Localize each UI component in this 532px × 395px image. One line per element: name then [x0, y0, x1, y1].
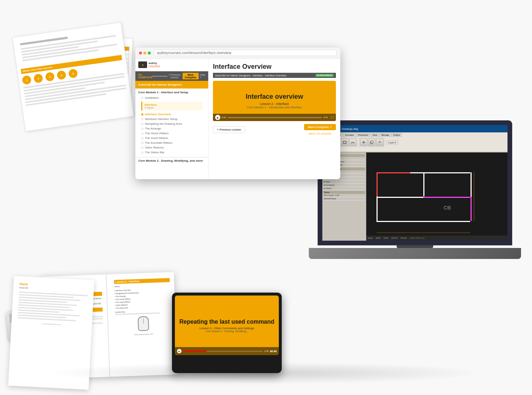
interface-section: Interface 9 Topics	[141, 102, 202, 110]
dot-home-ribbon	[141, 132, 143, 135]
dot-annotate-ribbon	[141, 142, 143, 144]
ribbon-tab-annotate[interactable]: Annotate	[343, 133, 356, 137]
fp-red-wall-2	[376, 172, 378, 196]
ribbon-group-modify	[359, 138, 385, 147]
fp-step-2: 2	[33, 74, 43, 83]
maximize-button[interactable]	[148, 52, 151, 54]
video-container: Interface overview Lesson 2 - Interface …	[213, 81, 336, 121]
close-button[interactable]	[139, 52, 142, 54]
lesson-arrange[interactable]: The Arrange	[138, 126, 205, 131]
panel-layer-text[interactable]: ● Text	[323, 180, 365, 184]
wb-lesson2-header: Lesson 2 - Interface	[114, 278, 170, 284]
ribbon-btn-rect[interactable]	[341, 139, 348, 146]
tablet-progress-fill	[183, 351, 207, 352]
layer-dropdown[interactable]: Layer ▾	[387, 141, 397, 144]
fp-step-3: 3	[45, 72, 55, 82]
url-bar[interactable]: audreycourses.com/lesson/interface-overv…	[154, 50, 337, 56]
tablet-progress-bar[interactable]	[183, 351, 263, 352]
panel-header-tools: Tools	[323, 191, 365, 194]
lesson-interface-overview[interactable]: Interface Overview	[138, 112, 205, 117]
ribbon-tabs-row: Home Insert Annotate Parametric View Man…	[324, 133, 506, 137]
label-status-bar: The Status Bar	[145, 151, 164, 154]
panel-tool-1[interactable]: Plot Scale: 1:50	[323, 194, 365, 197]
wb-needed-files-label: Needed files:	[115, 309, 171, 313]
breadcrumb-bar: AutoCAD for Interior Designers - Interfa…	[213, 73, 336, 78]
tablet-screen: Repeating the last used command Lesson 3…	[175, 296, 279, 355]
dot-status-bar	[141, 151, 143, 154]
dot-windows-setup	[141, 118, 143, 120]
status-model: Model	[368, 237, 373, 239]
logo-icon: a	[138, 61, 147, 68]
panel-layer-hatch[interactable]: ● Hatch	[323, 187, 365, 190]
tablet-play-button[interactable]: ▶	[177, 349, 181, 353]
installation-label: Installation	[145, 96, 159, 99]
wb-right-footer: www.audreycakes.com	[116, 332, 172, 336]
browser-content: a audrey courses 0% COMPLETE < Previous	[135, 59, 340, 179]
mark-complete-bottom-button[interactable]: Mark Complete ✓	[304, 124, 336, 130]
progress-fill	[153, 76, 153, 77]
lesson-annotate-ribbon[interactable]: The Annotate Ribbon	[138, 140, 205, 145]
logo-icon-text: a	[142, 63, 143, 67]
ribbon-btn-arc[interactable]	[349, 139, 356, 146]
panel-layer-furniture[interactable]: ● Furniture	[323, 184, 365, 187]
tablet-device: Repeating the last used command Lesson 3…	[172, 293, 282, 373]
lesson-windows-setup[interactable]: Windows Interface Setup	[138, 117, 205, 121]
lesson-insert-ribbon[interactable]: The Insert Ribbon	[138, 136, 205, 140]
fp-magenta-wall-1	[423, 197, 470, 198]
ribbon-btn-copy[interactable]	[368, 139, 375, 146]
interface-title: Interface	[145, 103, 200, 106]
tablet-icon-1	[270, 350, 273, 352]
fullscreen-icon[interactable]: ⛶	[331, 116, 334, 119]
lesson-other-ribbons[interactable]: Other Ribbons	[138, 145, 205, 150]
svg-rect-2	[343, 141, 346, 143]
laptop-base	[309, 248, 521, 259]
logo-courses-text: courses	[149, 64, 160, 68]
prev-lesson-button[interactable]: < Previous Lesson	[168, 74, 181, 79]
autocad-titlebar: A AutoCAD - Drawing1.dwg	[322, 125, 507, 132]
status-ortho: ORTHO	[391, 237, 398, 239]
video-duration: 8:42	[323, 116, 328, 118]
label-home-ribbon: The Home Ribbon	[145, 132, 169, 135]
installation-item[interactable]: Installation	[138, 95, 205, 100]
panel-tool-2[interactable]: Model/Paper	[323, 197, 365, 200]
minimize-button[interactable]	[143, 52, 146, 54]
prev-lesson-bottom-button[interactable]: < Previous Lesson	[213, 126, 245, 133]
paper-rotated-bg: DRAW a Floor Plan Overview 1 2 3 4 5	[12, 22, 134, 131]
label-insert-ribbon: The Insert Ribbon	[145, 136, 168, 140]
video-progress-bar[interactable]	[228, 117, 322, 118]
status-grid: GRID	[383, 237, 388, 239]
fp-step-5: 5	[68, 68, 78, 78]
ribbon-tab-manage[interactable]: Manage	[379, 133, 391, 137]
back-to-lesson-link[interactable]: BACK TO LESSON	[309, 132, 331, 135]
ribbon-group-layers: Layer ▾	[386, 140, 398, 145]
lesson-nav-drawing[interactable]: Navigating the Drawing Area	[138, 121, 205, 126]
in-progress-badge: IN PROGRESS	[315, 74, 334, 77]
mark-complete-button[interactable]: Mark Complete	[183, 73, 199, 79]
lesson-status-bar[interactable]: The Status Bar	[138, 150, 205, 155]
dot-insert-ribbon	[141, 137, 143, 139]
dot-nav-drawing	[141, 123, 143, 125]
nav-buttons: < Previous Lesson Mark Complete Help ?	[168, 73, 205, 79]
ribbon-tab-parametric[interactable]: Parametric	[356, 133, 370, 137]
fp-step-4: 4	[56, 70, 66, 80]
ribbon-tab-output[interactable]: Output	[391, 133, 402, 137]
progress-label: 0% COMPLETE	[138, 74, 153, 79]
video-title: Interface overview	[246, 93, 303, 101]
browser-toolbar: audreycourses.com/lesson/interface-overv…	[135, 48, 340, 59]
video-play-button[interactable]: ▶	[215, 115, 220, 120]
module-2-title: Core Module 2 - Drawing, Modifying, and …	[138, 159, 205, 162]
ribbon-btn-trim[interactable]	[376, 139, 383, 146]
ribbon-btn-move[interactable]	[360, 139, 367, 146]
module-1-section: Core Module 1 - Interface and Setup Inst…	[135, 89, 208, 157]
tablet-control-icons	[270, 350, 277, 352]
laptop-screen: A AutoCAD - Drawing1.dwg Home Insert Ann…	[318, 121, 512, 245]
breadcrumb-text: AutoCAD for Interior Designers - Interfa…	[215, 74, 286, 77]
autocad-statusbar: Model SNAP GRID ORTHO POLAR 1245.6, 876.…	[366, 236, 507, 241]
video-module-label: Core Module 1 - Introduction and Interfa…	[246, 106, 303, 109]
lesson-home-ribbon[interactable]: The Home Ribbon	[138, 131, 205, 136]
handout-url: www.audreycakes.com	[17, 321, 86, 327]
course-title-section: AutoCAD for Interior Designers	[135, 81, 208, 89]
status-coords: 1245.6, 876.3, 0.0	[410, 237, 424, 239]
ribbon-tab-view[interactable]: View	[371, 133, 379, 137]
module-2-section: Core Module 2 - Drawing, Modifying, and …	[135, 157, 208, 165]
